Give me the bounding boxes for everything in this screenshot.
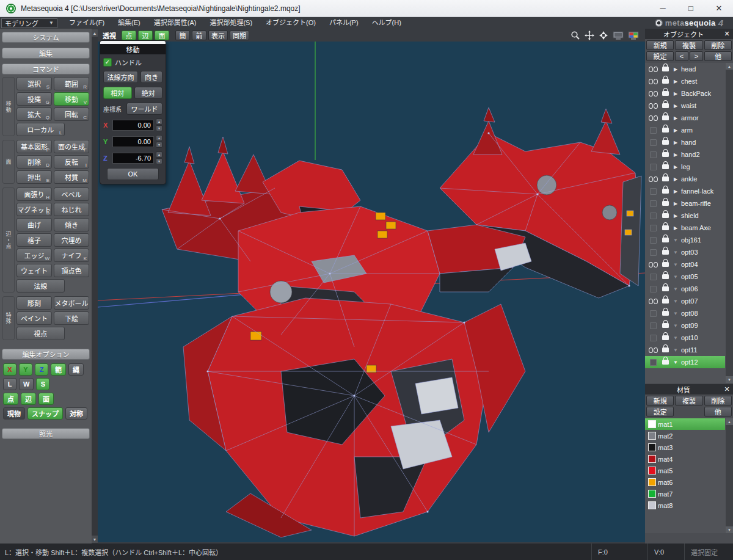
command-button[interactable]: 視点	[16, 327, 65, 340]
edit-option-button[interactable]: スナップ	[27, 407, 63, 420]
command-group-tab[interactable]: 辺・点	[2, 187, 15, 293]
visibility-eye-icon[interactable]	[647, 91, 659, 96]
visibility-eye-icon[interactable]	[647, 79, 659, 84]
z-stepper[interactable]: ▲▼	[156, 151, 162, 164]
command-button[interactable]: ナイフK	[54, 249, 89, 262]
object-list-item[interactable]: ▶armor	[645, 112, 725, 124]
visibility-eye-icon[interactable]	[647, 299, 659, 304]
lock-icon[interactable]	[662, 115, 669, 120]
visibility-eye-icon[interactable]	[647, 67, 659, 72]
collapse-icon[interactable]: ▼	[672, 250, 679, 255]
command-button[interactable]: 頂点色	[54, 264, 89, 277]
edit-option-button[interactable]: 対称	[65, 407, 87, 420]
collapse-icon[interactable]: ▼	[672, 323, 679, 329]
collapse-icon[interactable]: ▼	[672, 347, 679, 353]
visibility-off-icon[interactable]	[647, 213, 659, 219]
pan-icon[interactable]	[585, 31, 594, 40]
lock-icon[interactable]	[662, 103, 669, 108]
material-settings-button[interactable]: 設定	[646, 407, 674, 416]
command-button[interactable]: 材質M	[54, 170, 89, 184]
visibility-off-icon[interactable]	[647, 359, 659, 366]
scroll-down-icon[interactable]: ▼	[726, 526, 733, 533]
visibility-off-icon[interactable]	[647, 322, 659, 329]
material-list-item[interactable]: mat2	[645, 430, 725, 442]
rotate-icon[interactable]	[599, 31, 608, 40]
visibility-eye-icon[interactable]	[647, 176, 659, 182]
close-icon[interactable]: ✕	[722, 30, 732, 38]
visibility-off-icon[interactable]	[647, 200, 659, 207]
scroll-up-icon[interactable]: ▲	[726, 63, 733, 70]
scroll-up-icon[interactable]: ▲	[726, 418, 733, 425]
menu-item[interactable]: オブジェクト(O)	[259, 17, 323, 29]
ok-button[interactable]: OK	[107, 168, 159, 180]
minimize-button[interactable]: ─	[649, 0, 677, 16]
toolbar-button[interactable]: 表示	[208, 31, 228, 40]
command-group-tab[interactable]: 特殊	[2, 296, 15, 340]
object-list-item[interactable]: ▼opt11	[645, 344, 725, 356]
z-value-field[interactable]: -6.70	[112, 153, 154, 164]
command-button[interactable]: 下絵	[54, 311, 89, 325]
command-group-tab[interactable]: 移動	[2, 77, 15, 136]
visibility-off-icon[interactable]	[647, 151, 659, 158]
visibility-off-icon[interactable]	[647, 286, 659, 293]
expand-icon[interactable]: ▶	[672, 152, 679, 158]
expand-icon[interactable]: ▶	[672, 79, 679, 84]
material-delete-button[interactable]: 削除	[704, 396, 732, 405]
expand-icon[interactable]: ▶	[672, 128, 679, 133]
command-button[interactable]: 反転I	[54, 155, 89, 169]
close-icon[interactable]: ✕	[722, 385, 732, 393]
system-panel-header[interactable]: システム	[2, 32, 90, 43]
toolbar-button[interactable]: 同期	[230, 31, 249, 40]
toolbar-toggle[interactable]: 面	[155, 31, 169, 40]
command-button[interactable]: 範囲R	[54, 77, 89, 90]
visibility-off-icon[interactable]	[647, 310, 659, 317]
edit-option-button[interactable]: W	[19, 378, 34, 390]
collapse-icon[interactable]: ▼	[672, 286, 679, 292]
collapse-icon[interactable]: ▼	[672, 311, 679, 316]
visibility-eye-icon[interactable]	[647, 262, 659, 267]
menu-item[interactable]: 選択部属性(A)	[147, 17, 203, 29]
command-button[interactable]: ローカルL	[16, 123, 65, 136]
lock-icon[interactable]	[662, 347, 669, 352]
lock-icon[interactable]	[662, 152, 669, 157]
lock-icon[interactable]	[662, 164, 669, 169]
edit-option-button[interactable]: L	[3, 378, 16, 390]
object-list-item[interactable]: ▶beam-rifle	[645, 197, 725, 209]
collapse-icon[interactable]: ▼	[672, 299, 679, 304]
normal-direction-button[interactable]: 法線方向	[103, 71, 138, 83]
expand-icon[interactable]: ▶	[672, 103, 679, 109]
toolbar-button[interactable]: 簡	[175, 31, 190, 40]
command-button[interactable]: 面の生成F	[54, 140, 89, 153]
object-list-item[interactable]: ▶ankle	[645, 173, 725, 185]
maximize-button[interactable]: □	[677, 0, 705, 16]
visibility-off-icon[interactable]	[647, 139, 659, 146]
object-list-item[interactable]: ▶shield	[645, 209, 725, 222]
command-button[interactable]: エッジW	[16, 249, 52, 262]
lighting-panel-header[interactable]: 照光	[2, 428, 90, 439]
close-button[interactable]: ✕	[705, 0, 733, 16]
move-dialog-title[interactable]: 移動	[100, 44, 166, 54]
object-list-item[interactable]: ▼opt10	[645, 332, 725, 344]
visibility-off-icon[interactable]	[647, 249, 659, 256]
object-settings-button[interactable]: 設定	[646, 51, 674, 61]
command-button[interactable]: 法線	[16, 279, 65, 293]
visibility-eye-icon[interactable]	[647, 115, 659, 121]
object-list-item[interactable]: ▶fannel-lack	[645, 185, 725, 197]
coord-system-button[interactable]: ワールド	[126, 103, 162, 115]
command-button[interactable]: 曲げ	[16, 218, 52, 231]
visibility-off-icon[interactable]	[647, 164, 659, 170]
lock-icon[interactable]	[662, 335, 669, 340]
object-list-item[interactable]: ▶head	[645, 63, 725, 75]
object-list-scrollbar[interactable]: ▲ ▼	[726, 63, 733, 383]
command-button[interactable]: 傾き	[54, 218, 89, 231]
edit-option-button[interactable]: S	[36, 378, 49, 390]
command-button[interactable]: 拡大Q	[16, 107, 52, 121]
lock-icon[interactable]	[662, 311, 669, 316]
expand-icon[interactable]: ▶	[672, 225, 679, 231]
material-new-button[interactable]: 新規	[646, 396, 674, 405]
collapse-icon[interactable]: ▼	[672, 274, 679, 280]
lock-icon[interactable]	[662, 140, 669, 145]
command-button[interactable]: 移動V	[54, 92, 89, 106]
object-list-item[interactable]: ▶BackPack	[645, 87, 725, 100]
material-list-scrollbar[interactable]: ▲ ▼	[726, 418, 733, 533]
